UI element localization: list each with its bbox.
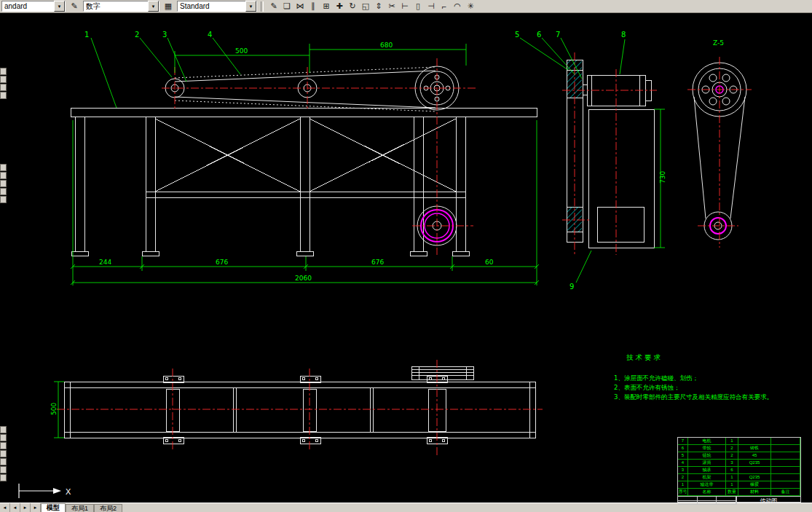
parts-cell: 1 (726, 474, 738, 481)
docked-toolbar-icon[interactable] (0, 466, 7, 473)
docked-toolbar-icon[interactable] (0, 442, 7, 449)
docked-toolbar-icon[interactable] (0, 172, 7, 179)
docked-toolbar-icon[interactable] (0, 164, 7, 171)
plan-view (64, 366, 535, 444)
dim-style-dropdown-value: 数字 (86, 1, 148, 12)
dim-style-dropdown[interactable]: 数字 ▼ (83, 1, 159, 12)
scale-button[interactable]: ◱ (359, 1, 372, 12)
chevron-down-icon[interactable]: ▼ (245, 1, 256, 12)
offset-button[interactable]: ∥ (307, 1, 320, 12)
sheet-tabs: 模型布局1布局2 (41, 503, 122, 512)
parts-cell: 带轮 (688, 445, 726, 452)
parts-cell (738, 467, 771, 474)
parts-cell: 机架 (688, 474, 726, 481)
break-button[interactable]: ⊣ (425, 1, 438, 12)
copy-button[interactable]: ❏ (280, 1, 293, 12)
docked-toolbar-icon[interactable] (0, 92, 7, 99)
parts-cell: 轴承 (688, 467, 726, 474)
parts-cell: 2 (726, 452, 738, 460)
title-block-bottom: 传动图 (678, 496, 800, 505)
sheet-tab-layout1[interactable]: 布局1 (66, 504, 94, 512)
balloon-2: 2 (135, 31, 139, 39)
sheet-tab-model[interactable]: 模型 (41, 503, 66, 512)
tech-req-item-2: 2、表面不允许有锈蚀； (614, 384, 679, 391)
trim-button[interactable]: ✂ (385, 1, 398, 12)
tab-nav-button[interactable]: ► (20, 503, 31, 512)
parts-cell: 2 (678, 474, 688, 481)
parts-cell: 6 (726, 467, 738, 474)
front-view (71, 108, 537, 256)
dim-overall: 2060 (295, 275, 312, 282)
docked-toolbar-icon[interactable] (0, 458, 7, 465)
modify-toolbar: ✎❏⋈∥⊞✚↻◱⇕✂⊢▯⊣⌐◠✳ (267, 1, 477, 12)
move-button[interactable]: ✚ (333, 1, 346, 12)
explode-button[interactable]: ✳ (464, 1, 477, 12)
parts-cell (771, 452, 800, 460)
title-block-grid (678, 497, 736, 505)
parts-cell (738, 438, 771, 445)
parts-cell: 4 (678, 460, 688, 467)
tab-nav-button[interactable]: ► (31, 503, 41, 512)
erase-button[interactable]: ✎ (267, 1, 280, 12)
parts-cell (771, 438, 800, 445)
docked-toolbar-icon[interactable] (0, 180, 7, 187)
docked-toolbar-icon[interactable] (0, 450, 7, 457)
tab-nav-button[interactable]: ◄ (10, 503, 20, 512)
docked-toolbar-icon[interactable] (0, 84, 7, 91)
docked-toolbar-icon[interactable] (0, 196, 7, 203)
parts-cell: 铸铁 (738, 445, 771, 452)
table-icon[interactable]: ▦ (162, 1, 175, 12)
fillet-button[interactable]: ◠ (451, 1, 464, 12)
chevron-down-icon[interactable]: ▼ (148, 1, 159, 12)
parts-cell (771, 445, 800, 452)
parts-cell: 材料 (738, 489, 771, 496)
parts-cell: 备注 (771, 489, 800, 496)
stretch-button[interactable]: ⇕ (372, 1, 385, 12)
dim-bottom-3: 676 (371, 259, 384, 266)
docked-toolbar-icon[interactable] (0, 434, 7, 441)
dim-belt-width: 500 (50, 403, 58, 415)
parts-cell: 滚筒 (688, 460, 726, 467)
tab-nav: ◄◄►► (0, 503, 41, 512)
dim-bottom-4: 60 (485, 259, 494, 266)
dim-bottom-1: 244 (99, 259, 111, 266)
docked-toolbar-icon[interactable] (0, 426, 7, 433)
chevron-down-icon[interactable]: ▼ (54, 1, 65, 12)
dim-top-left: 500 (235, 47, 248, 55)
tab-nav-button[interactable]: ◄ (0, 503, 10, 512)
sheet-tab-layout2[interactable]: 布局2 (94, 504, 122, 512)
parts-cell: 数量 (726, 489, 738, 496)
extend-button[interactable]: ⊢ (398, 1, 411, 12)
parts-cell: 1 (726, 438, 738, 445)
parts-cell: 6 (678, 445, 688, 452)
dim-bottom-2: 676 (216, 259, 228, 266)
drawing-canvas[interactable]: 1 2 3 4 5 6 7 8 9 500 680 244 676 676 60… (0, 13, 812, 503)
parts-cell: Q235 (738, 460, 771, 467)
docked-toolbar-icon[interactable] (0, 76, 7, 83)
docked-toolbar-icon[interactable] (0, 68, 7, 75)
array-button[interactable]: ⊞ (320, 1, 333, 12)
text-style-dropdown[interactable]: Standard ▼ (177, 1, 257, 12)
rotate-button[interactable]: ↻ (346, 1, 359, 12)
chamfer-button[interactable]: ⌐ (438, 1, 451, 12)
parts-cell: 3 (678, 467, 688, 474)
parts-cell: 橡胶 (738, 481, 771, 489)
break-at-point-button[interactable]: ▯ (411, 1, 425, 12)
axis-x-label: X (66, 487, 71, 496)
parts-cell: 1 (678, 481, 688, 489)
docked-toolbar-icon[interactable] (0, 474, 7, 481)
cad-drawing[interactable]: 1 2 3 4 5 6 7 8 9 500 680 244 676 676 60… (0, 13, 812, 503)
docked-toolbar-icon[interactable] (0, 188, 7, 195)
top-toolbar: andard ▼ ✎ 数字 ▼ ▦ Standard ▼ ✎❏⋈∥⊞✚↻◱⇕✂⊢… (0, 0, 812, 13)
parts-cell (771, 481, 800, 489)
parts-cell: 序号 (678, 489, 688, 496)
detail-label: Z-5 (713, 39, 724, 47)
balloon-8: 8 (621, 31, 626, 39)
parts-cell: Q235 (738, 474, 771, 481)
dim-side-height: 730 (659, 171, 666, 184)
ucs-icon: X (19, 484, 71, 498)
parts-cell (771, 460, 800, 467)
style-dropdown[interactable]: andard ▼ (1, 1, 66, 12)
pencil-icon[interactable]: ✎ (68, 1, 81, 12)
mirror-button[interactable]: ⋈ (293, 1, 307, 12)
